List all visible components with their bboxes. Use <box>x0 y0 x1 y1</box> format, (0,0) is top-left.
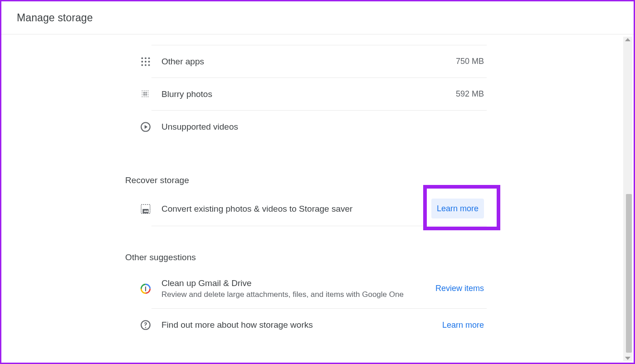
svg-point-15 <box>145 92 147 93</box>
item-label: Other apps <box>161 57 456 67</box>
svg-point-0 <box>141 57 143 59</box>
list-row-other-apps[interactable]: Other apps 750 MB <box>151 45 487 78</box>
svg-point-1 <box>145 57 147 59</box>
list-row-unsupported-videos[interactable]: Unsupported videos <box>151 110 487 143</box>
play-circle-icon <box>130 121 161 133</box>
scrollbar-thumb[interactable] <box>626 194 632 353</box>
apps-icon <box>130 56 161 68</box>
section-other-title: Other suggestions <box>125 252 487 262</box>
svg-point-22 <box>144 96 145 97</box>
svg-point-5 <box>148 61 150 63</box>
item-label: Unsupported videos <box>161 122 484 132</box>
svg-point-12 <box>148 90 149 91</box>
list-row-blurry-photos[interactable]: Blurry photos 592 MB <box>151 78 487 110</box>
svg-point-9 <box>142 90 143 91</box>
review-items-link[interactable]: Review items <box>435 284 484 293</box>
svg-point-11 <box>146 90 147 91</box>
learn-more-button[interactable]: Learn more <box>431 199 484 218</box>
google-one-icon <box>130 283 161 295</box>
svg-point-14 <box>143 92 145 93</box>
svg-point-17 <box>142 94 143 95</box>
svg-point-21 <box>142 96 143 97</box>
svg-point-23 <box>146 96 147 97</box>
svg-point-24 <box>148 96 149 97</box>
svg-point-13 <box>142 92 143 93</box>
svg-point-7 <box>145 64 147 66</box>
header: Manage storage <box>1 1 634 34</box>
recover-row: Convert existing photos & videos to Stor… <box>151 192 487 226</box>
storage-items-list: Other apps 750 MB <box>151 45 487 143</box>
cleanup-subtitle: Review and delete large attachments, fil… <box>161 290 435 299</box>
howstorage-title: Find out more about how storage works <box>161 320 442 330</box>
scroll-down-arrow[interactable] <box>625 357 630 360</box>
other-row-cleanup: Clean up Gmail & Drive Review and delete… <box>151 269 487 309</box>
svg-point-3 <box>141 61 143 63</box>
learn-more-link[interactable]: Learn more <box>442 320 484 330</box>
svg-point-8 <box>148 64 150 66</box>
svg-point-6 <box>141 64 143 66</box>
scroll-up-arrow[interactable] <box>625 38 630 41</box>
help-circle-icon <box>130 319 161 331</box>
svg-point-19 <box>145 94 147 95</box>
cleanup-title: Clean up Gmail & Drive <box>161 278 435 288</box>
item-label: Blurry photos <box>161 89 456 99</box>
svg-point-16 <box>148 92 149 93</box>
blur-icon <box>130 88 161 100</box>
svg-point-20 <box>148 94 149 95</box>
svg-point-10 <box>144 90 145 91</box>
svg-point-2 <box>148 57 150 59</box>
storage-saver-icon <box>130 203 161 215</box>
item-size: 750 MB <box>456 57 487 66</box>
svg-point-33 <box>145 327 146 328</box>
page-title: Manage storage <box>17 12 93 24</box>
svg-point-4 <box>145 61 147 63</box>
item-size: 592 MB <box>456 89 487 99</box>
svg-point-18 <box>143 94 145 95</box>
other-row-howstorage: Find out more about how storage works Le… <box>151 309 487 341</box>
recover-item-label: Convert existing photos & videos to Stor… <box>161 204 431 214</box>
section-recover-title: Recover storage <box>125 175 487 185</box>
